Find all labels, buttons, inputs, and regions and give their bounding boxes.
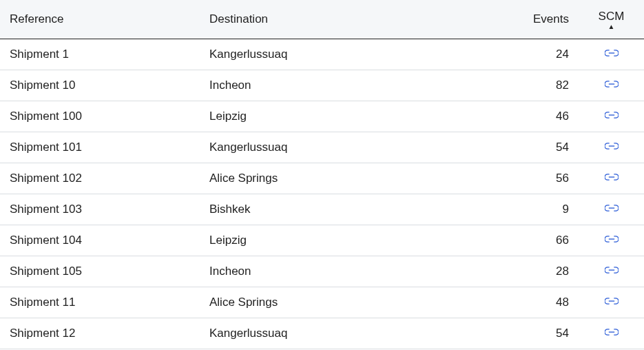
cell-destination: Kangerlussuaq: [200, 318, 503, 349]
link-icon[interactable]: [605, 172, 619, 182]
cell-reference: Shipment 100: [0, 101, 200, 132]
cell-reference: Shipment 12: [0, 318, 200, 349]
table-row[interactable]: Shipment 103Bishkek9: [0, 194, 644, 225]
cell-reference: Shipment 1: [0, 39, 200, 70]
table-row[interactable]: Shipment 1Kangerlussuaq24: [0, 39, 644, 70]
cell-events: 54: [503, 132, 579, 163]
table-row[interactable]: Shipment 12Kangerlussuaq54: [0, 318, 644, 349]
col-header-label: Events: [533, 12, 569, 25]
col-header-label: Reference: [10, 12, 63, 25]
cell-reference: Shipment 103: [0, 194, 200, 225]
cell-reference: Shipment 10: [0, 70, 200, 101]
cell-scm: [579, 194, 644, 225]
cell-destination: Leipzig: [200, 225, 503, 256]
link-icon[interactable]: [605, 327, 619, 337]
cell-reference: Shipment 11: [0, 287, 200, 318]
cell-destination: Alice Springs: [200, 163, 503, 194]
cell-reference: Shipment 101: [0, 132, 200, 163]
cell-scm: [579, 39, 644, 70]
cell-reference: Shipment 104: [0, 225, 200, 256]
cell-destination: Leipzig: [200, 101, 503, 132]
cell-events: 28: [503, 256, 579, 287]
cell-events: 66: [503, 225, 579, 256]
cell-events: 24: [503, 39, 579, 70]
sort-asc-icon: ▲: [588, 25, 634, 29]
cell-scm: [579, 101, 644, 132]
cell-destination: Kangerlussuaq: [200, 39, 503, 70]
cell-destination: Incheon: [200, 70, 503, 101]
col-header-events[interactable]: Events: [503, 0, 579, 39]
link-icon[interactable]: [605, 234, 619, 244]
cell-scm: [579, 70, 644, 101]
cell-events: 56: [503, 163, 579, 194]
cell-events: 54: [503, 318, 579, 349]
table-row[interactable]: Shipment 101Kangerlussuaq54: [0, 132, 644, 163]
table-row[interactable]: Shipment 105Incheon28: [0, 256, 644, 287]
shipments-table: Reference Destination Events SCM ▲ Shipm…: [0, 0, 644, 350]
link-icon[interactable]: [605, 48, 619, 58]
table-row[interactable]: Shipment 102Alice Springs56: [0, 163, 644, 194]
cell-destination: Alice Springs: [200, 287, 503, 318]
cell-scm: [579, 318, 644, 349]
cell-scm: [579, 256, 644, 287]
link-icon[interactable]: [605, 141, 619, 151]
link-icon[interactable]: [605, 79, 619, 89]
cell-reference: Shipment 102: [0, 163, 200, 194]
cell-destination: Incheon: [200, 256, 503, 287]
cell-events: 48: [503, 287, 579, 318]
cell-scm: [579, 287, 644, 318]
table-header-row: Reference Destination Events SCM ▲: [0, 0, 644, 39]
cell-scm: [579, 163, 644, 194]
cell-scm: [579, 132, 644, 163]
link-icon[interactable]: [605, 296, 619, 306]
col-header-reference[interactable]: Reference: [0, 0, 200, 39]
cell-events: 9: [503, 194, 579, 225]
cell-destination: Kangerlussuaq: [200, 132, 503, 163]
link-icon[interactable]: [605, 110, 619, 120]
col-header-scm[interactable]: SCM ▲: [579, 0, 644, 39]
table-row[interactable]: Shipment 100Leipzig46: [0, 101, 644, 132]
col-header-label: SCM: [599, 10, 625, 23]
col-header-label: Destination: [209, 12, 268, 25]
link-icon[interactable]: [605, 265, 619, 275]
cell-events: 82: [503, 70, 579, 101]
link-icon[interactable]: [605, 203, 619, 213]
table-row[interactable]: Shipment 104Leipzig66: [0, 225, 644, 256]
table-row[interactable]: Shipment 10Incheon82: [0, 70, 644, 101]
table-row[interactable]: Shipment 11Alice Springs48: [0, 287, 644, 318]
col-header-destination[interactable]: Destination: [200, 0, 503, 39]
cell-events: 46: [503, 101, 579, 132]
cell-scm: [579, 225, 644, 256]
cell-destination: Bishkek: [200, 194, 503, 225]
cell-reference: Shipment 105: [0, 256, 200, 287]
